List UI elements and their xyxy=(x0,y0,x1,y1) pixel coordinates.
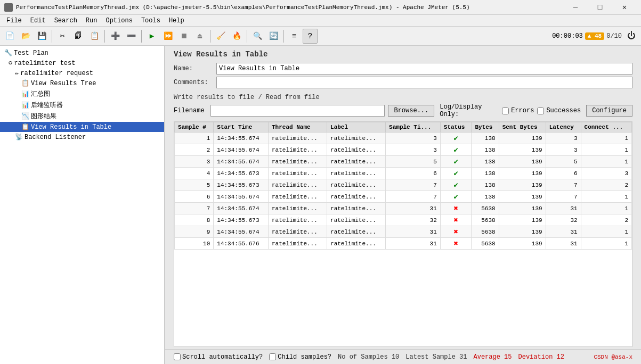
name-input[interactable] xyxy=(216,63,632,75)
cell-label: ratelimite... xyxy=(327,133,386,144)
form-area: Name: Comments: xyxy=(165,61,641,93)
fire-button[interactable]: 🔥 xyxy=(229,29,244,44)
col-sent-bytes: Sent Bytes xyxy=(499,122,546,133)
sidebar-item-ratelimiter-request[interactable]: ✏ ratelimiter request xyxy=(0,68,164,78)
status-err-icon: ✖ xyxy=(453,228,458,236)
sidebar-label-houtai: 后端监听器 xyxy=(31,101,63,110)
menu-file[interactable]: File xyxy=(2,16,26,26)
copy-button[interactable]: 🗐 xyxy=(71,29,86,44)
cell-sent-bytes: 139 xyxy=(499,133,546,144)
cell-thread-name: ratelimite... xyxy=(268,168,327,179)
menu-search[interactable]: Search xyxy=(50,16,82,26)
status-err-icon: ✖ xyxy=(453,204,458,213)
search-btn[interactable]: 🔍 xyxy=(250,29,265,44)
run-button[interactable]: ▶ xyxy=(144,29,159,44)
col-latency: Latency xyxy=(546,122,581,133)
reset-btn[interactable]: 🔄 xyxy=(266,29,281,44)
cell-connect: 1 xyxy=(581,133,631,144)
cell-latency: 31 xyxy=(546,238,581,250)
cell-sent-bytes: 139 xyxy=(499,238,546,250)
minimize-button[interactable]: ─ xyxy=(563,0,588,15)
menu-options[interactable]: Options xyxy=(101,16,136,26)
menu-help[interactable]: Help xyxy=(165,16,189,26)
cut-button[interactable]: ✂ xyxy=(55,29,70,44)
cell-status: ✖ xyxy=(440,214,472,226)
shutdown-button[interactable]: ⏏ xyxy=(192,29,207,44)
list-button[interactable]: ≡ xyxy=(287,29,302,44)
cell-sample-time: 3 xyxy=(386,133,441,144)
sidebar-item-tuxing[interactable]: 📉 图形结果 xyxy=(0,111,164,122)
cell-latency: 5 xyxy=(546,156,581,168)
cell-start-time: 14:34:55.674 xyxy=(214,203,269,214)
menu-tools[interactable]: Tools xyxy=(137,16,165,26)
stop-button[interactable]: ⏹ xyxy=(176,29,191,44)
menu-edit[interactable]: Edit xyxy=(26,16,50,26)
open-button[interactable]: 📂 xyxy=(18,29,33,44)
sep5 xyxy=(247,30,247,43)
backend-listener-icon: 📡 xyxy=(15,133,23,141)
menu-bar: File Edit Search Run Options Tools Help xyxy=(0,15,641,27)
status-ok-icon: ✔ xyxy=(453,146,458,154)
filename-input[interactable] xyxy=(210,105,385,117)
watermark: CSDN @asa-x xyxy=(594,354,632,360)
title-bar: PerformanceTestPlanMemoryThread.jmx (D:\… xyxy=(0,0,641,15)
sidebar-item-huizong[interactable]: 📊 汇总图 xyxy=(0,88,164,100)
sidebar-item-view-results-table[interactable]: 📋 View Results in Table xyxy=(0,122,164,132)
sidebar-item-backend-listener[interactable]: 📡 Backend Listener xyxy=(0,132,164,142)
no-of-samples: No of Samples 10 xyxy=(338,353,399,361)
expand-button[interactable]: ➕ xyxy=(108,29,123,44)
menu-run[interactable]: Run xyxy=(82,16,102,26)
timer-display: 00:00:03 xyxy=(552,32,583,40)
cell-start-time: 14:34:55.673 xyxy=(214,179,269,191)
sidebar-item-ratelimiter-test[interactable]: ⊖ ratelimiter test xyxy=(0,58,164,68)
broom-button[interactable]: 🧹 xyxy=(213,29,228,44)
run-no-pause-button[interactable]: ⏩ xyxy=(160,29,175,44)
huizong-icon: 📊 xyxy=(21,90,29,98)
sep3 xyxy=(141,30,142,43)
cell-bytes: 5638 xyxy=(472,238,499,250)
configure-button[interactable]: Configure xyxy=(586,105,632,117)
scroll-auto-label: Scroll automatically? xyxy=(182,353,263,361)
cell-bytes: 138 xyxy=(472,168,499,179)
cell-label: ratelimite... xyxy=(327,191,386,203)
cell-thread-name: ratelimite... xyxy=(268,226,327,238)
cell-sample-num: 10 xyxy=(175,238,214,250)
collapse-button[interactable]: ➖ xyxy=(124,29,139,44)
view-results-tree-icon: 📋 xyxy=(21,79,29,87)
sidebar-item-test-plan[interactable]: 🔧 Test Plan xyxy=(0,48,164,58)
child-samples-checkbox[interactable] xyxy=(269,353,276,360)
save-button[interactable]: 💾 xyxy=(34,29,49,44)
power-button[interactable]: ⏻ xyxy=(624,29,639,44)
results-table: Sample # Start Time Thread Name Label Sa… xyxy=(174,122,632,250)
cell-sample-time: 7 xyxy=(386,191,441,203)
cell-sent-bytes: 139 xyxy=(499,168,546,179)
scroll-auto-checkbox[interactable] xyxy=(174,353,181,360)
sidebar-item-houtai[interactable]: 📊 后端监听器 xyxy=(0,100,164,111)
successes-checkbox[interactable] xyxy=(537,107,544,114)
cell-thread-name: ratelimite... xyxy=(268,214,327,226)
cell-connect: 1 xyxy=(581,156,631,168)
latest-sample: Latest Sample 31 xyxy=(405,353,467,361)
help-button[interactable]: ? xyxy=(303,29,318,44)
errors-checkbox[interactable] xyxy=(502,107,509,114)
close-button[interactable]: ✕ xyxy=(612,0,637,15)
sidebar-item-view-results-tree[interactable]: 📋 View Results Tree xyxy=(0,78,164,88)
cell-connect: 1 xyxy=(581,203,631,214)
cell-status: ✔ xyxy=(440,156,472,168)
maximize-button[interactable]: □ xyxy=(588,0,612,15)
cell-bytes: 138 xyxy=(472,179,499,191)
cell-bytes: 5638 xyxy=(472,214,499,226)
cell-sample-time: 3 xyxy=(386,144,441,156)
cell-start-time: 14:34:55.674 xyxy=(214,144,269,156)
cell-status: ✖ xyxy=(440,203,472,214)
paste-button[interactable]: 📋 xyxy=(87,29,102,44)
cell-start-time: 14:34:55.674 xyxy=(214,156,269,168)
new-button[interactable]: 📄 xyxy=(2,29,17,44)
cell-thread-name: ratelimite... xyxy=(268,191,327,203)
file-row: Filename Browse... Log/Display Only: Err… xyxy=(165,102,641,119)
counter-text: 0/10 xyxy=(606,32,622,40)
comments-input[interactable] xyxy=(216,77,632,88)
cell-bytes: 138 xyxy=(472,144,499,156)
browse-button[interactable]: Browse... xyxy=(388,105,434,117)
cell-status: ✔ xyxy=(440,168,472,179)
